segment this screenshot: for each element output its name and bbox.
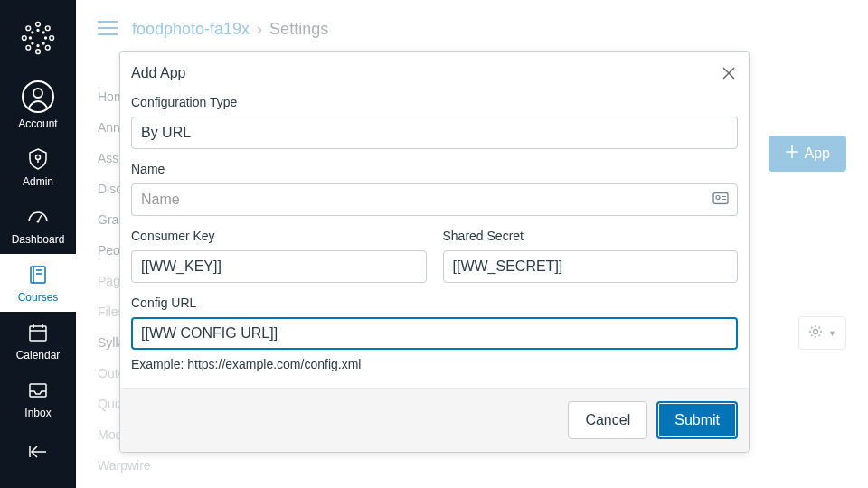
config-type-label: Configuration Type [131,95,738,109]
svg-point-3 [50,36,54,41]
svg-point-8 [37,30,39,32]
svg-point-11 [45,37,47,39]
name-label: Name [131,162,738,176]
config-type-select[interactable] [131,117,738,149]
nav-inbox[interactable]: Inbox [0,370,76,427]
modal-title: Add App [131,65,186,81]
nav-admin[interactable]: Admin [0,138,76,196]
consumer-key-label: Consumer Key [131,229,427,243]
nav-label: Account [18,117,57,130]
cancel-button[interactable]: Cancel [568,401,647,439]
svg-point-12 [32,32,33,33]
nav-courses[interactable]: Courses [0,254,76,312]
svg-point-18 [36,155,41,160]
nav-label: Calendar [16,349,61,361]
modal-body: Configuration Type Name Consumer Key Sha… [120,95,749,389]
nav-dashboard[interactable]: Dashboard [0,196,76,254]
svg-point-17 [33,89,42,98]
svg-point-0 [36,22,41,26]
nav-label: Courses [18,291,59,304]
svg-point-14 [32,42,33,44]
modal-header: Add App [120,52,749,95]
consumer-key-input[interactable] [131,250,427,283]
svg-point-13 [42,32,44,33]
nav-calendar[interactable]: Calendar [0,312,76,370]
svg-rect-29 [30,384,46,397]
svg-point-15 [42,42,44,44]
svg-point-10 [30,37,32,39]
svg-point-6 [26,45,31,50]
nav-label: Admin [23,175,53,188]
config-url-label: Config URL [131,296,738,310]
svg-point-2 [22,36,26,41]
svg-point-9 [37,45,39,47]
name-input[interactable] [131,183,738,216]
svg-rect-40 [713,193,728,204]
example-text: Example: https://example.com/config.xml [131,357,738,371]
collapse-icon [26,440,50,464]
book-icon [26,263,50,286]
svg-point-20 [37,221,40,223]
add-app-modal: Add App Configuration Type Name Consumer… [119,51,750,453]
shield-icon [26,147,50,171]
canvas-logo[interactable] [21,21,55,55]
nav-collapse[interactable] [0,427,76,481]
user-circle-icon [22,80,54,113]
nav-account[interactable]: Account [0,71,76,138]
modal-footer: Cancel Submit [120,389,749,452]
svg-point-4 [26,26,31,31]
nav-label: Inbox [24,407,51,419]
submit-button[interactable]: Submit [656,401,738,439]
svg-point-41 [716,196,720,200]
calendar-icon [26,321,50,344]
svg-point-1 [36,50,41,54]
close-icon[interactable] [720,64,738,82]
contact-card-icon[interactable] [712,192,729,208]
svg-point-5 [45,26,50,31]
shared-secret-label: Shared Secret [443,229,739,243]
global-nav: Account Admin Dashboard Courses Calendar… [0,0,76,488]
shared-secret-input[interactable] [443,250,739,283]
dashboard-icon [26,205,50,229]
nav-label: Dashboard [12,233,65,246]
inbox-icon [26,379,50,402]
config-url-input[interactable] [131,317,738,350]
svg-point-7 [45,45,50,50]
svg-rect-25 [30,326,46,341]
